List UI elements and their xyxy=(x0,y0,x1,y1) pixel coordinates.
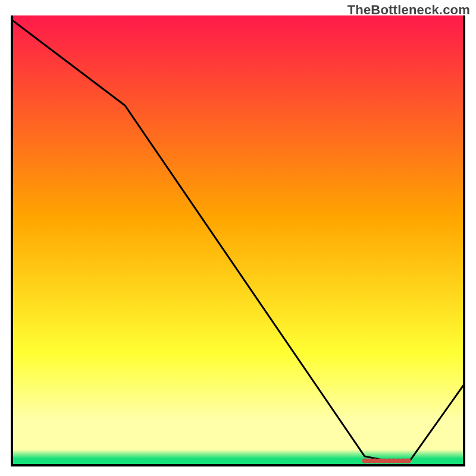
bottleneck-chart xyxy=(0,0,476,476)
chart-frame: TheBottleneck.com xyxy=(0,0,476,476)
gradient-background xyxy=(12,15,464,465)
